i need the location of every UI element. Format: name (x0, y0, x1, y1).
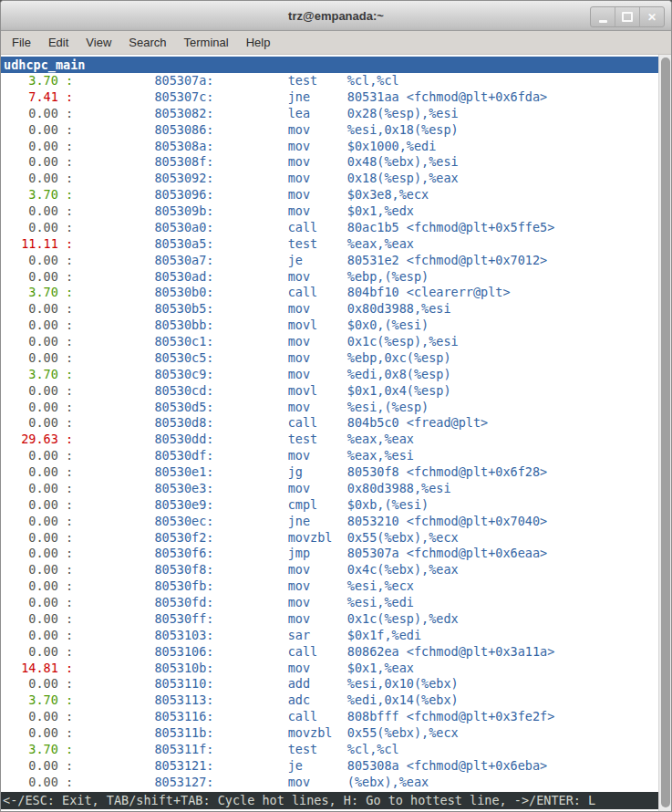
perf-annotate-symbol-header[interactable]: udhcpc_main (1, 57, 659, 73)
sample-percent: 0.00 : (14, 171, 73, 185)
asm-instruction: 805311b: movzbl 0x55(%ebx),%ecx (73, 725, 459, 740)
menu-item-search[interactable]: Search (120, 33, 174, 52)
asm-instruction: 80530e3: mov 0x80d3988,%esi (73, 481, 451, 495)
menu-item-edit[interactable]: Edit (40, 33, 77, 52)
sample-percent: 0.00 : (14, 530, 73, 545)
asm-row[interactable]: 7.41 : 805307c: jne 80531aa <fchmod@plt+… (1, 89, 671, 106)
asm-row[interactable]: 0.00 : 8053110: add %esi,0x10(%ebx) (1, 676, 671, 692)
sample-percent: 0.00 : (14, 497, 73, 512)
asm-row[interactable]: 0.00 : 80530ff: mov 0x1c(%esp),%edx (1, 611, 671, 628)
sample-percent: 0.00 : (14, 448, 73, 463)
asm-row[interactable]: 0.00 : 8053092: mov 0x18(%esp),%eax (1, 171, 671, 187)
asm-row[interactable]: 3.70 : 805307a: test %cl,%cl (1, 73, 671, 89)
terminal-screen[interactable]: udhcpc_main 3.70 : 805307a: test %cl,%cl… (1, 55, 671, 811)
asm-row[interactable]: 3.70 : 8053096: mov $0x3e8,%ecx (1, 187, 671, 203)
asm-row[interactable]: 0.00 : 80530d5: mov %esi,(%esp) (1, 400, 671, 416)
asm-row[interactable]: 3.70 : 805311f: test %cl,%cl (1, 742, 671, 758)
asm-row[interactable]: 0.00 : 80530e3: mov 0x80d3988,%esi (1, 481, 671, 497)
close-button[interactable]: ✕ (639, 7, 664, 26)
menu-item-file[interactable]: File (4, 33, 39, 52)
sample-percent: 0.00 : (14, 546, 73, 560)
sample-percent: 0.00 : (14, 562, 73, 577)
sample-percent: 29.63 : (14, 432, 73, 446)
asm-instruction: 80530df: mov %eax,%esi (73, 448, 414, 463)
minimize-icon (599, 20, 607, 23)
asm-instruction: 805308a: mov $0x1000,%edi (73, 139, 436, 153)
sample-percent: 0.00 : (14, 383, 73, 398)
asm-row[interactable]: 0.00 : 80530bb: movl $0x0,(%esi) (1, 318, 671, 334)
asm-row[interactable]: 0.00 : 8053086: mov %esi,0x18(%esp) (1, 122, 671, 139)
sample-percent: 0.00 : (14, 334, 73, 349)
asm-row[interactable]: 0.00 : 805308f: mov 0x48(%ebx),%esi (1, 154, 671, 171)
sample-percent: 0.00 : (14, 318, 73, 332)
asm-row[interactable]: 0.00 : 80530f2: movzbl 0x55(%ebx),%ecx (1, 530, 671, 547)
minimize-button[interactable] (591, 7, 615, 26)
asm-row[interactable]: 0.00 : 80530c5: mov %ebp,0xc(%esp) (1, 350, 671, 367)
menu-item-terminal[interactable]: Terminal (176, 33, 237, 52)
window-titlebar[interactable]: trz@empanada:~ ✕ (1, 1, 671, 31)
asm-row[interactable]: 0.00 : 8053103: sar $0x1f,%edi (1, 628, 671, 644)
asm-instruction: 80530dd: test %eax,%eax (73, 432, 414, 446)
sample-percent: 0.00 : (14, 464, 73, 479)
asm-instruction: 8053082: lea 0x28(%esp),%esi (73, 106, 459, 120)
asm-instruction: 80530cd: movl $0x1,0x4(%esp) (73, 383, 451, 398)
asm-row[interactable]: 0.00 : 80530fd: mov %esi,%edi (1, 595, 671, 611)
asm-instruction: 8053127: mov (%ebx),%eax (73, 775, 429, 789)
asm-instruction: 8053121: je 805308a <fchmod@plt+0x6eba> (73, 758, 547, 773)
sample-percent: 0.00 : (14, 400, 73, 414)
sample-percent: 0.00 : (14, 203, 73, 218)
asm-row[interactable]: 0.00 : 80530df: mov %eax,%esi (1, 448, 671, 464)
asm-row[interactable]: 0.00 : 8053106: call 80862ea <fchmod@plt… (1, 644, 671, 661)
menu-item-help[interactable]: Help (238, 33, 279, 52)
asm-row[interactable]: 0.00 : 8053127: mov (%ebx),%eax (1, 775, 671, 791)
asm-row[interactable]: 3.70 : 8053113: adc %edi,0x14(%ebx) (1, 692, 671, 709)
asm-instruction: 80530fb: mov %esi,%ecx (73, 578, 414, 593)
asm-row[interactable]: 0.00 : 80530e1: jg 80530f8 <fchmod@plt+0… (1, 464, 671, 481)
asm-instruction: 805311f: test %cl,%cl (73, 742, 399, 756)
asm-row[interactable]: 0.00 : 80530f6: jmp 805307a <fchmod@plt+… (1, 546, 671, 562)
asm-instruction: 80530c9: mov %edi,0x8(%esp) (73, 367, 451, 381)
asm-row[interactable]: 0.00 : 80530e9: cmpl $0xb,(%esi) (1, 497, 671, 514)
asm-instruction: 805309b: mov $0x1,%edx (73, 203, 414, 218)
asm-instruction: 8053106: call 80862ea <fchmod@plt+0x3a11… (73, 644, 554, 659)
sample-percent: 0.00 : (14, 139, 73, 153)
asm-row[interactable]: 0.00 : 80530a0: call 80ac1b5 <fchmod@plt… (1, 220, 671, 236)
asm-row[interactable]: 0.00 : 8053116: call 808bfff <fchmod@plt… (1, 709, 671, 725)
menu-bar: FileEditViewSearchTerminalHelp (1, 31, 671, 55)
asm-row[interactable]: 0.00 : 805308a: mov $0x1000,%edi (1, 139, 671, 155)
asm-row[interactable]: 0.00 : 80530c1: mov 0x1c(%esp),%esi (1, 334, 671, 350)
menu-item-view[interactable]: View (78, 33, 119, 52)
asm-row[interactable]: 3.70 : 80530c9: mov %edi,0x8(%esp) (1, 367, 671, 383)
asm-row[interactable]: 3.70 : 80530b0: call 804bf10 <clearerr@p… (1, 285, 671, 301)
asm-row[interactable]: 0.00 : 80530ad: mov %ebp,(%esp) (1, 269, 671, 286)
sample-percent: 0.00 : (14, 775, 73, 789)
asm-row[interactable]: 0.00 : 80530fb: mov %esi,%ecx (1, 578, 671, 595)
asm-instruction: 80530d5: mov %esi,(%esp) (73, 400, 429, 414)
asm-row[interactable]: 11.11 : 80530a5: test %eax,%eax (1, 236, 671, 253)
window-title: trz@empanada:~ (288, 9, 384, 23)
scrollbar[interactable] (658, 55, 671, 811)
asm-row[interactable]: 0.00 : 80530cd: movl $0x1,0x4(%esp) (1, 383, 671, 400)
asm-instruction: 8053113: adc %edi,0x14(%ebx) (73, 692, 459, 707)
asm-row[interactable]: 14.81 : 805310b: mov $0x1,%eax (1, 661, 671, 677)
asm-instruction: 80530ad: mov %ebp,(%esp) (73, 269, 429, 284)
asm-instruction: 80530f2: movzbl 0x55(%ebx),%ecx (73, 530, 459, 545)
sample-percent: 14.81 : (14, 661, 73, 675)
window-controls: ✕ (590, 6, 665, 27)
asm-instruction: 805307c: jne 80531aa <fchmod@plt+0x6fda> (73, 89, 547, 104)
maximize-button[interactable] (615, 7, 639, 26)
scrollbar-thumb[interactable] (661, 57, 670, 807)
asm-row[interactable]: 0.00 : 805311b: movzbl 0x55(%ebx),%ecx (1, 725, 671, 742)
sample-percent: 3.70 : (14, 187, 73, 202)
asm-row[interactable]: 0.00 : 80530d8: call 804b5c0 <fread@plt> (1, 415, 671, 432)
asm-row[interactable]: 0.00 : 8053082: lea 0x28(%esp),%esi (1, 106, 671, 122)
asm-row[interactable]: 29.63 : 80530dd: test %eax,%eax (1, 432, 671, 448)
close-icon: ✕ (647, 12, 656, 23)
asm-row[interactable]: 0.00 : 80530ec: jne 8053210 <fchmod@plt+… (1, 514, 671, 530)
asm-row[interactable]: 0.00 : 80530f8: mov 0x4c(%ebx),%eax (1, 562, 671, 578)
asm-row[interactable]: 0.00 : 8053121: je 805308a <fchmod@plt+0… (1, 758, 671, 775)
sample-percent: 0.00 : (14, 269, 73, 284)
asm-row[interactable]: 0.00 : 80530a7: je 80531e2 <fchmod@plt+0… (1, 253, 671, 269)
asm-row[interactable]: 0.00 : 80530b5: mov 0x80d3988,%esi (1, 301, 671, 318)
asm-row[interactable]: 0.00 : 805309b: mov $0x1,%edx (1, 203, 671, 220)
